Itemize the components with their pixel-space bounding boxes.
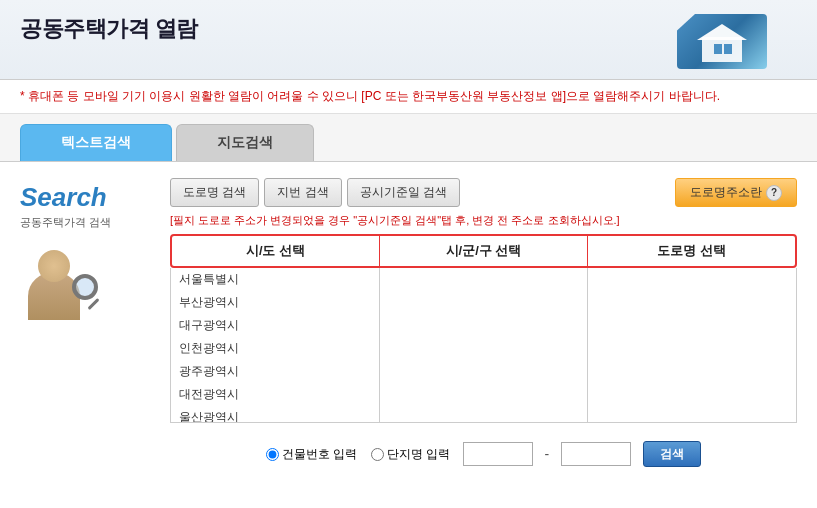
radio-group: 건물번호 입력 단지명 입력	[266, 446, 451, 463]
col-header-sido: 시/도 선택	[172, 236, 380, 266]
svg-rect-3	[724, 44, 732, 54]
columns-lists: 서울특별시 부산광역시 대구광역시 인천광역시 광주광역시 대전광역시 울산광역…	[170, 268, 797, 423]
list-item[interactable]: 인천광역시	[171, 337, 379, 360]
tab-map-search[interactable]: 지도검색	[176, 124, 314, 161]
columns-header: 시/도 선택 시/군/구 선택 도로명 선택	[170, 234, 797, 268]
radio-building-input[interactable]	[266, 448, 279, 461]
radio-building-text: 건물번호 입력	[282, 446, 357, 463]
magnifier-icon	[72, 274, 110, 312]
tabs-row: 텍스트검색 지도검색	[0, 114, 817, 162]
sido-list[interactable]: 서울특별시 부산광역시 대구광역시 인천광역시 광주광역시 대전광역시 울산광역…	[170, 268, 380, 423]
radio-complex-input[interactable]	[371, 448, 384, 461]
notice-text: * 휴대폰 등 모바일 기기 이용시 원활한 열람이 어려울 수 있으니 [PC…	[20, 89, 720, 103]
warning-text: [필지 도로로 주소가 변경되었을 경우 "공시기준일 검색"탭 후, 변경 전…	[170, 213, 797, 228]
btn-public-date-search[interactable]: 공시기준일 검색	[347, 178, 460, 207]
btn-lot-search[interactable]: 지번 검색	[264, 178, 341, 207]
dash-separator: -	[545, 446, 550, 462]
header-decorative-icon	[677, 14, 767, 69]
search-right: 도로명 검색 지번 검색 공시기준일 검색 도로명주소란 ? [필지 도로로 주…	[170, 178, 797, 475]
main-content: Search 공동주택가격 검색	[0, 162, 817, 491]
list-item[interactable]: 광주광역시	[171, 360, 379, 383]
list-item[interactable]: 대구광역시	[171, 314, 379, 337]
list-item[interactable]: 대전광역시	[171, 383, 379, 406]
page-header: 공동주택가격 열람	[0, 0, 817, 80]
bottom-row: 건물번호 입력 단지명 입력 - 검색	[170, 433, 797, 475]
search-avatar	[20, 240, 100, 315]
building-icon	[692, 22, 752, 62]
btn-street-address[interactable]: 도로명주소란 ?	[675, 178, 797, 207]
col-header-road: 도로명 선택	[588, 236, 795, 266]
list-item[interactable]: 서울특별시	[171, 268, 379, 291]
list-item[interactable]: 부산광역시	[171, 291, 379, 314]
search-brand-title: Search	[20, 182, 107, 213]
header-image	[677, 14, 797, 69]
radio-complex-text: 단지명 입력	[387, 446, 450, 463]
svg-rect-2	[714, 44, 722, 54]
page-title: 공동주택가격 열람	[20, 14, 198, 44]
notice-bar: * 휴대폰 등 모바일 기기 이용시 원활한 열람이 어려울 수 있으니 [PC…	[0, 80, 817, 114]
road-list[interactable]	[588, 268, 797, 423]
tab-text-search[interactable]: 텍스트검색	[20, 124, 172, 161]
search-brand: Search 공동주택가격 검색	[20, 178, 150, 475]
sigungu-list[interactable]	[380, 268, 589, 423]
page-wrapper: 공동주택가격 열람 * 휴대폰 등 모바일 기기 이용시 원활한 열람이 어려울…	[0, 0, 817, 491]
svg-marker-1	[697, 24, 747, 40]
search-type-buttons: 도로명 검색 지번 검색 공시기준일 검색 도로명주소란 ?	[170, 178, 797, 207]
search-section: Search 공동주택가격 검색	[20, 178, 797, 475]
radio-building-label[interactable]: 건물번호 입력	[266, 446, 357, 463]
question-icon[interactable]: ?	[766, 185, 782, 201]
building-number-input-2[interactable]	[561, 442, 631, 466]
search-brand-subtitle: 공동주택가격 검색	[20, 215, 111, 230]
avatar-head	[38, 250, 70, 282]
building-number-input-1[interactable]	[463, 442, 533, 466]
list-item[interactable]: 울산광역시	[171, 406, 379, 423]
radio-complex-label[interactable]: 단지명 입력	[371, 446, 450, 463]
col-header-sigungu: 시/군/구 선택	[380, 236, 588, 266]
final-search-button[interactable]: 검색	[643, 441, 701, 467]
btn-road-search[interactable]: 도로명 검색	[170, 178, 259, 207]
